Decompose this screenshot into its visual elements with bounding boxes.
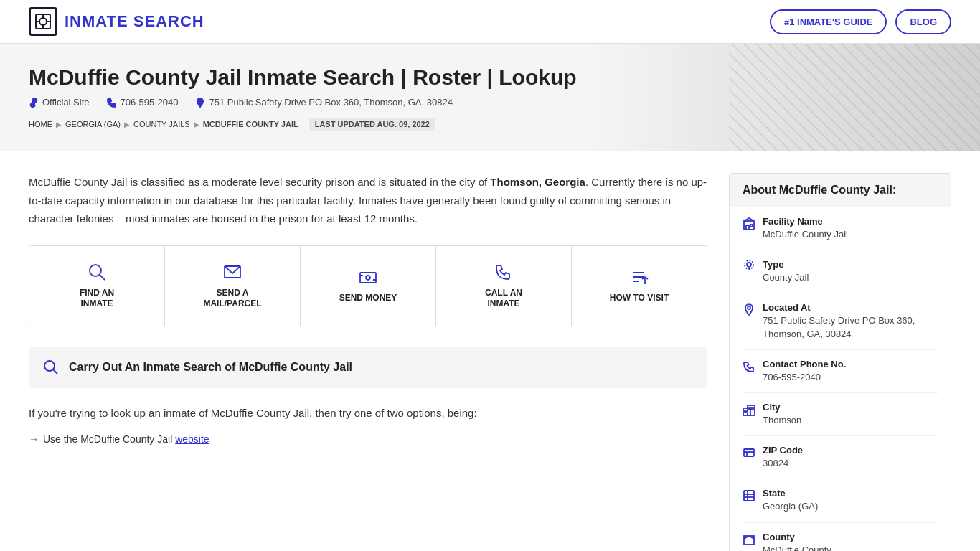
official-site-label: Official Site	[42, 97, 90, 108]
county-value: McDuffie County	[763, 544, 938, 552]
county-label: County	[763, 532, 938, 542]
state-label: State	[763, 488, 938, 499]
sidebar-card: About McDuffie County Jail: Facility Nam…	[729, 173, 951, 551]
county-content: County McDuffie County	[763, 532, 938, 552]
facility-label: Facility Name	[763, 216, 938, 227]
left-column: McDuffie County Jail is classified as a …	[29, 173, 707, 551]
location-label: Located At	[763, 302, 938, 313]
link-item-text: Use the McDuffie County Jail website	[43, 433, 209, 445]
link-list: Use the McDuffie County Jail website	[29, 430, 707, 448]
breadcrumb-sep1: ▶	[56, 121, 62, 128]
location-icon	[743, 303, 755, 316]
hero-bg	[729, 44, 980, 151]
sidebar-row-state: State Georgia (GA)	[743, 479, 938, 522]
search-section-icon	[43, 359, 59, 375]
svg-point-7	[90, 265, 101, 276]
facility-value: McDuffie County Jail	[763, 228, 938, 241]
link-icon	[29, 98, 39, 108]
type-icon	[743, 260, 755, 273]
search-section[interactable]: Carry Out An Inmate Search of McDuffie C…	[29, 347, 707, 388]
zip-icon	[743, 446, 755, 459]
sidebar-row-facility: Facility Name McDuffie County Jail	[743, 207, 938, 250]
svg-rect-27	[745, 410, 746, 413]
logo-icon	[29, 7, 57, 36]
svg-point-11	[366, 276, 370, 280]
description-text: McDuffie County Jail is classified as a …	[29, 173, 707, 228]
action-card-find[interactable]: FIND ANINMATE	[29, 246, 165, 326]
location-meta-icon	[195, 98, 205, 108]
breadcrumb-sep2: ▶	[124, 121, 130, 128]
breadcrumb-sep3: ▶	[194, 121, 199, 128]
svg-point-6	[199, 100, 202, 102]
send-mail-label: SEND AMAIL/PARCEL	[203, 288, 261, 310]
sidebar-row-zip: ZIP Code 30824	[743, 436, 938, 479]
find-inmate-label: FIND ANINMATE	[80, 288, 114, 310]
zip-content: ZIP Code 30824	[763, 445, 938, 470]
breadcrumb-home[interactable]: HOME	[29, 120, 52, 128]
county-icon	[743, 533, 755, 546]
svg-rect-30	[744, 449, 754, 456]
action-card-call[interactable]: CALL ANINMATE	[436, 246, 572, 326]
city-content: City Thomson	[763, 402, 938, 427]
right-column: About McDuffie County Jail: Facility Nam…	[729, 173, 951, 551]
how-to-visit-label: HOW TO VISIT	[610, 293, 669, 304]
svg-point-24	[748, 306, 750, 309]
body-text: If you're trying to look up an inmate of…	[29, 404, 707, 423]
state-icon	[743, 489, 755, 502]
svg-point-22	[747, 263, 751, 267]
search-icon	[87, 262, 107, 282]
last-updated: LAST UPDATED AUG. 09, 2022	[309, 118, 435, 131]
action-card-money[interactable]: SEND MONEY	[301, 246, 436, 326]
action-cards: FIND ANINMATE SEND AMAIL/PARCEL SEND MON	[29, 245, 707, 326]
header: INMATE SEARCH #1 INMATE'S GUIDE BLOG	[0, 0, 980, 44]
action-card-visit[interactable]: HOW TO VISIT	[572, 246, 707, 326]
header-nav: #1 INMATE'S GUIDE BLOG	[770, 9, 951, 34]
breadcrumb-county-jails[interactable]: COUNTY JAILS	[133, 120, 190, 128]
mail-icon	[222, 262, 242, 282]
search-section-text: Carry Out An Inmate Search of McDuffie C…	[69, 361, 352, 374]
sidebar-row-type: Type County Jail	[743, 250, 938, 293]
city-icon	[743, 403, 755, 416]
action-card-mail[interactable]: SEND AMAIL/PARCEL	[165, 246, 301, 326]
svg-rect-33	[744, 491, 754, 501]
city-value: Thomson	[763, 414, 938, 427]
call-inmate-label: CALL ANINMATE	[485, 288, 522, 310]
money-icon	[358, 267, 378, 287]
phone-meta-icon	[107, 98, 117, 108]
phone-meta: 706-595-2040	[107, 97, 179, 108]
phone-value: 706-595-2040	[763, 371, 938, 384]
svg-rect-10	[360, 273, 376, 283]
sidebar-row-county: County McDuffie County	[743, 523, 938, 552]
svg-rect-21	[750, 225, 753, 227]
main-content: McDuffie County Jail is classified as a …	[0, 151, 980, 551]
phone-content: Contact Phone No. 706-595-2040	[763, 359, 938, 384]
svg-rect-26	[748, 405, 755, 415]
state-content: State Georgia (GA)	[763, 488, 938, 513]
logo-link[interactable]: INMATE SEARCH	[29, 7, 204, 36]
svg-point-23	[745, 260, 753, 269]
website-link[interactable]: website	[175, 433, 209, 445]
logo-text: INMATE SEARCH	[65, 12, 204, 31]
type-content: Type County Jail	[763, 259, 938, 284]
blog-button[interactable]: BLOG	[895, 9, 951, 34]
location-value: 751 Public Safety Drive PO Box 360, Thom…	[763, 314, 938, 340]
svg-rect-29	[752, 408, 753, 410]
address-value: 751 Public Safety Drive PO Box 360, Thom…	[209, 97, 452, 108]
svg-line-19	[53, 369, 57, 374]
type-value: County Jail	[763, 271, 938, 284]
phone-icon	[743, 360, 755, 373]
official-site-meta: Official Site	[29, 97, 90, 108]
state-value: Georgia (GA)	[763, 500, 938, 513]
breadcrumb-current: MCDUFFIE COUNTY JAIL	[203, 120, 298, 128]
breadcrumb-georgia[interactable]: GEORGIA (GA)	[65, 120, 121, 128]
hero-section: McDuffie County Jail Inmate Search | Ros…	[0, 44, 980, 151]
facility-icon	[743, 217, 755, 230]
zip-value: 30824	[763, 457, 938, 470]
guide-button[interactable]: #1 INMATE'S GUIDE	[770, 9, 887, 34]
sidebar-row-city: City Thomson	[743, 393, 938, 436]
zip-label: ZIP Code	[763, 445, 938, 456]
send-money-label: SEND MONEY	[339, 293, 397, 304]
city-label: City	[763, 402, 938, 413]
call-icon	[494, 262, 514, 282]
visit-icon	[629, 267, 649, 287]
